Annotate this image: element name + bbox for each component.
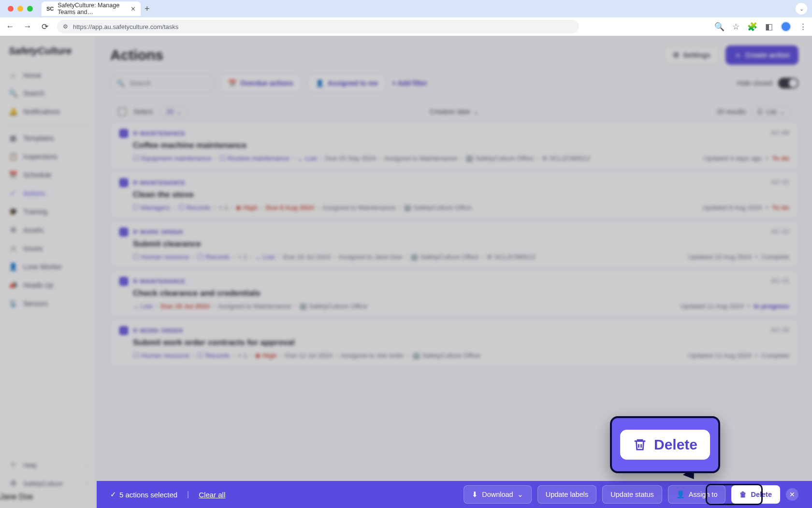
sidebar-org-switcher[interactable]: ⚙ SafetyCulture › [0,474,96,493]
forward-icon[interactable]: → [22,22,33,31]
help-icon: ? [9,461,17,469]
site-settings-icon[interactable]: ⚙ [63,23,68,30]
add-filter-button[interactable]: + Add filter [392,79,427,87]
sidebar-item-inspections[interactable]: 📋Inspections [0,147,96,166]
action-code: AC-99 [771,129,789,136]
sidebar-item-notifications[interactable]: 🔔Notifications [0,102,96,121]
check-icon: ✓ [110,490,116,499]
profile-avatar[interactable] [781,21,791,32]
label-tag[interactable]: ☐ Human resource [133,351,189,359]
update-status-button[interactable]: Update status [602,485,662,504]
tabs-overflow-icon[interactable]: ⌄ [796,3,807,15]
list-icon: ☰ [757,108,763,116]
row-checkbox[interactable]: ✓ [119,178,128,187]
row-checkbox[interactable]: ✓ [119,326,128,335]
row-checkbox[interactable]: ✓ [119,277,128,286]
issues-icon: ⚠ [9,244,17,253]
new-tab-button[interactable]: + [145,4,150,14]
browser-menu-icon[interactable]: ⋮ [799,22,807,32]
assign-to-button[interactable]: 👤Assign to [668,485,726,504]
url-text: https://app.au.safetyculture.com/tasks [73,23,178,30]
select-all-checkbox[interactable] [118,107,127,116]
view-mode-dropdown[interactable]: ☰List⌄ [752,105,791,118]
sidebar-item-sensors[interactable]: 📡Sensors [0,294,96,313]
close-bar-button[interactable]: ✕ [786,488,798,501]
sidebar-item-templates[interactable]: ▦Templates [0,129,96,147]
window-controls[interactable] [5,6,33,12]
filter-overdue[interactable]: 📅Overdue actions [220,73,302,93]
action-card[interactable]: AC-31 ✓ ⟳ MAINTENANCE Clean the stove ☐ … [110,171,798,218]
back-icon[interactable]: ← [5,22,15,31]
asset: ⊚ SCL2CM0012 [487,253,536,261]
download-button[interactable]: ⬇Download⌄ [464,485,532,504]
side-panel-icon[interactable]: ◧ [765,22,773,32]
clear-selection-button[interactable]: Clear all [199,491,225,499]
close-tab-icon[interactable]: ✕ [130,5,136,13]
status-badge: Complete [761,253,789,261]
calendar-icon: 📅 [228,79,236,87]
sidebar-item-assets[interactable]: ⚙Assets [0,221,96,239]
action-card[interactable]: AC-22 ✓ ⟳ WORK ORDER Submit clearance ☐ … [110,220,798,268]
extensions-icon[interactable]: 🧩 [747,22,757,32]
bell-icon: 🔔 [9,107,17,116]
row-checkbox[interactable]: ✓ [119,129,128,138]
asset: ⊚ SCL2CM0012 [542,154,591,162]
brand-logo[interactable]: SafetyCulture [0,43,96,66]
sidebar-item-help[interactable]: ?Help› [0,456,96,474]
sensors-icon: 📡 [9,299,17,308]
label-tag[interactable]: ☐ Records [197,253,230,261]
action-code: AC-21 [771,277,789,284]
sidebar-item-training[interactable]: 🎓Training [0,203,96,221]
label-tag[interactable]: ☐ Routine maintenance [219,154,289,162]
due-date: Due 12 Jul 2024 [285,352,332,359]
current-user: Jane Doe [0,493,96,501]
action-card[interactable]: AC-21 ✓ ⟳ MAINTENANCE Check clearance an… [110,270,798,317]
due-date: Due 19 Jul 2024 [160,303,209,310]
search-input[interactable]: 🔍Search [110,73,214,93]
bookmark-icon[interactable]: ☆ [732,22,740,32]
label-tag[interactable]: ☐ Human resource [133,253,189,261]
action-code: AC-31 [771,178,789,186]
filter-assigned-to-me[interactable]: 👤Assigned to me [307,73,386,93]
sidebar-item-home[interactable]: ⌂Home [0,66,96,84]
gear-icon: ⚙ [673,51,679,59]
sidebar-item-issues[interactable]: ⚠Issues [0,239,96,258]
label-tag[interactable]: ☐ Records [178,203,211,211]
create-action-button[interactable]: ＋Create action [725,45,798,65]
extra-count: + 1 [238,352,247,359]
settings-button[interactable]: ⚙Settings [664,45,720,65]
megaphone-icon: 📣 [9,281,17,290]
delete-button[interactable]: 🗑Delete [731,485,780,504]
reload-icon[interactable]: ⟳ [40,22,50,32]
category-badge: ⟳ MAINTENANCE [133,179,186,186]
assignee: Assigned to Maintenance [384,155,457,162]
label-tag[interactable]: ☐ Records [197,351,230,359]
zoom-icon[interactable]: 🔍 [714,22,725,32]
row-checkbox[interactable]: ✓ [119,228,128,236]
sidebar: SafetyCulture ⌂Home 🔍Search 🔔Notificatio… [0,36,97,508]
browser-tab[interactable]: SC SafetyCulture: Manage Teams and… ✕ [42,1,141,16]
sidebar-item-headsup[interactable]: 📣Heads Up [0,276,96,294]
sidebar-item-loneworker[interactable]: 👤Lone Worker [0,258,96,276]
training-icon: 🎓 [9,207,17,216]
due-date: Due 8 Aug 2024 [266,204,314,211]
hide-closed-label: Hide closed [737,79,772,87]
sidebar-item-search[interactable]: 🔍Search [0,84,96,102]
loneworker-icon: 👤 [9,262,17,271]
update-labels-button[interactable]: Update labels [537,485,597,504]
label-tag[interactable]: ☐ Managers [133,203,170,211]
url-bar[interactable]: ⚙ https://app.au.safetyculture.com/tasks [57,20,579,33]
chevron-down-icon: ⌄ [473,108,479,116]
hide-closed-toggle[interactable] [778,78,798,88]
sort-dropdown[interactable]: Creation date⌄ [430,108,479,116]
selection-count: ✓5 actions selected [110,490,177,499]
sidebar-item-schedule[interactable]: 📅Schedule [0,166,96,184]
action-card[interactable]: AC-20 ✓ ⟳ WORK ORDER Submit work order c… [110,319,798,366]
select-count-dropdown[interactable]: 20⌄ [161,105,188,118]
label-tag[interactable]: ☐ Equipment maintenance [133,154,211,162]
category-badge: ⟳ MAINTENANCE [133,130,186,137]
action-card[interactable]: AC-99 ✓ ⟳ MAINTENANCE Coffee machine mai… [110,122,798,169]
assignee: Assigned to Jane Doe [338,253,402,261]
assignee: Assigned to Maintenance [322,204,395,211]
sidebar-item-actions[interactable]: ✓Actions [0,184,96,203]
